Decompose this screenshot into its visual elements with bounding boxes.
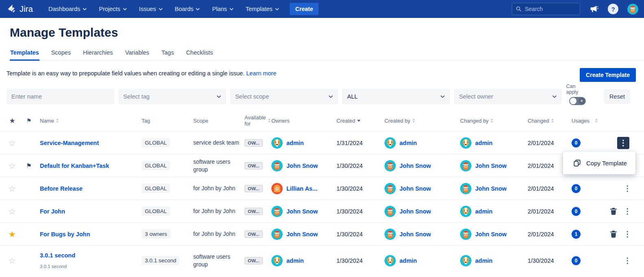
star-column-icon[interactable]: ★ bbox=[9, 118, 15, 124]
dog-avatar[interactable] bbox=[460, 137, 472, 149]
santa-avatar[interactable] bbox=[460, 160, 472, 171]
type-filter-select[interactable]: ALL bbox=[342, 89, 450, 104]
user-avatar[interactable] bbox=[627, 4, 638, 15]
flag-column-icon[interactable]: ⚑ bbox=[26, 118, 32, 124]
owner-link[interactable]: admin bbox=[286, 140, 304, 146]
template-name-link[interactable]: For John bbox=[40, 208, 65, 215]
created-by-link[interactable]: admin bbox=[399, 140, 417, 146]
santa-avatar[interactable] bbox=[271, 206, 283, 217]
header-changed-by[interactable]: Changed by bbox=[458, 118, 526, 124]
tab-hierarchies[interactable]: Hierarchies bbox=[83, 49, 113, 61]
header-name[interactable]: Name bbox=[38, 118, 140, 124]
santa-avatar[interactable] bbox=[384, 183, 396, 194]
help-icon[interactable]: ? bbox=[608, 4, 618, 14]
owner-filter-select[interactable]: Select owner bbox=[454, 89, 562, 104]
usages-badge[interactable]: 0 bbox=[572, 256, 581, 265]
template-name-link[interactable]: Service-Management bbox=[40, 140, 99, 146]
santa-avatar[interactable] bbox=[271, 229, 283, 240]
santa-avatar[interactable] bbox=[460, 229, 472, 240]
template-name-link[interactable]: For Bugs by John bbox=[40, 231, 90, 237]
tab-checklists[interactable]: Checklists bbox=[186, 49, 213, 61]
usages-badge[interactable]: 0 bbox=[572, 138, 581, 147]
nav-menu-plans[interactable]: Plans bbox=[212, 6, 233, 12]
nav-menu-projects[interactable]: Projects bbox=[99, 6, 127, 12]
star-toggle[interactable]: ☆ bbox=[5, 138, 20, 148]
nav-menu-boards[interactable]: Boards bbox=[175, 6, 200, 12]
santa-avatar[interactable] bbox=[384, 229, 396, 240]
dog-avatar[interactable] bbox=[460, 206, 472, 217]
available-for-badge[interactable]: OW... bbox=[245, 231, 263, 238]
dog-avatar[interactable] bbox=[271, 255, 283, 266]
header-created[interactable]: Created bbox=[335, 118, 383, 124]
create-template-button[interactable]: Create Template bbox=[580, 68, 636, 82]
nav-create-button[interactable]: Create bbox=[290, 3, 319, 15]
kebab-menu-button[interactable]: ⋮ bbox=[617, 137, 629, 149]
kebab-menu-button[interactable]: ⋮ bbox=[624, 257, 629, 264]
usages-badge[interactable]: 1 bbox=[572, 230, 581, 239]
name-filter-input[interactable] bbox=[11, 93, 109, 100]
megaphone-icon[interactable] bbox=[589, 4, 599, 14]
usages-badge[interactable]: 0 bbox=[572, 184, 581, 193]
dog-avatar[interactable] bbox=[271, 137, 283, 149]
owner-link[interactable]: John Snow bbox=[286, 208, 318, 215]
scope-filter-select[interactable]: Select scope bbox=[230, 89, 338, 104]
tab-tags[interactable]: Tags bbox=[161, 49, 175, 61]
header-scope[interactable]: Scope bbox=[192, 118, 243, 124]
tab-templates[interactable]: Templates bbox=[10, 49, 39, 61]
delete-icon[interactable] bbox=[610, 230, 617, 238]
star-toggle[interactable]: ★ bbox=[5, 229, 20, 239]
nav-menu-templates[interactable]: Templates bbox=[246, 6, 279, 12]
dog-avatar[interactable] bbox=[384, 137, 396, 149]
header-created-by[interactable]: Created by bbox=[383, 118, 458, 124]
santa-avatar[interactable] bbox=[384, 160, 396, 171]
search-input[interactable] bbox=[525, 6, 574, 12]
tag-filter-select[interactable]: Select tag bbox=[118, 89, 226, 104]
search-box[interactable] bbox=[512, 3, 580, 15]
header-usages[interactable]: Usages bbox=[570, 118, 603, 124]
star-toggle[interactable]: ☆ bbox=[5, 184, 20, 193]
header-available-for[interactable]: Available for bbox=[243, 114, 270, 127]
changed-by-link[interactable]: John Snow bbox=[475, 231, 506, 237]
santa-avatar[interactable] bbox=[384, 206, 396, 217]
owner-link[interactable]: admin bbox=[286, 257, 304, 264]
star-toggle[interactable]: ☆ bbox=[5, 207, 20, 216]
star-toggle[interactable]: ☆ bbox=[5, 256, 20, 266]
owner-link[interactable]: John Snow bbox=[286, 231, 318, 237]
created-by-link[interactable]: John Snow bbox=[399, 185, 431, 192]
created-by-link[interactable]: John Snow bbox=[399, 163, 431, 169]
created-by-link[interactable]: admin bbox=[399, 257, 417, 264]
changed-by-link[interactable]: John Snow bbox=[475, 163, 506, 169]
changed-by-link[interactable]: admin bbox=[475, 208, 493, 215]
template-name-link[interactable]: 3.0.1 second bbox=[40, 252, 75, 259]
santa-avatar[interactable] bbox=[460, 183, 472, 194]
usages-badge[interactable]: 0 bbox=[572, 207, 581, 216]
template-name-link[interactable]: Before Release bbox=[40, 185, 83, 192]
created-by-link[interactable]: John Snow bbox=[399, 208, 431, 215]
created-by-link[interactable]: John Snow bbox=[399, 231, 431, 237]
header-tag[interactable]: Tag bbox=[140, 118, 192, 124]
dog-avatar[interactable] bbox=[384, 255, 396, 266]
changed-by-link[interactable]: admin bbox=[475, 140, 493, 146]
available-for-badge[interactable]: OW... bbox=[245, 185, 263, 192]
template-name-link[interactable]: Default for Kanban+Task bbox=[40, 163, 109, 169]
tab-variables[interactable]: Variables bbox=[124, 49, 149, 61]
kebab-menu-button[interactable]: ⋮ bbox=[624, 207, 629, 215]
woman-avatar[interactable] bbox=[271, 183, 283, 194]
available-for-badge[interactable]: OW... bbox=[245, 162, 263, 169]
owner-link[interactable]: John Snow bbox=[286, 163, 318, 169]
reset-button[interactable]: Reset bbox=[604, 89, 630, 104]
star-toggle[interactable]: ☆ bbox=[5, 161, 20, 171]
santa-avatar[interactable] bbox=[271, 160, 283, 171]
available-for-badge[interactable]: OW... bbox=[245, 208, 263, 215]
available-for-badge[interactable]: OW... bbox=[245, 257, 263, 264]
nav-menu-dashboards[interactable]: Dashboards bbox=[48, 6, 87, 12]
nav-menu-issues[interactable]: Issues bbox=[139, 6, 163, 12]
header-owners[interactable]: Owners bbox=[270, 118, 335, 124]
jira-logo[interactable]: Jira bbox=[7, 4, 33, 14]
header-changed[interactable]: Changed bbox=[526, 118, 570, 124]
delete-icon[interactable] bbox=[610, 207, 617, 215]
context-menu-item-copy-template[interactable]: Copy Template bbox=[586, 160, 627, 167]
can-apply-toggle[interactable]: ✕ bbox=[569, 97, 586, 105]
tab-scopes[interactable]: Scopes bbox=[51, 49, 71, 61]
kebab-menu-button[interactable]: ⋮ bbox=[624, 185, 629, 192]
